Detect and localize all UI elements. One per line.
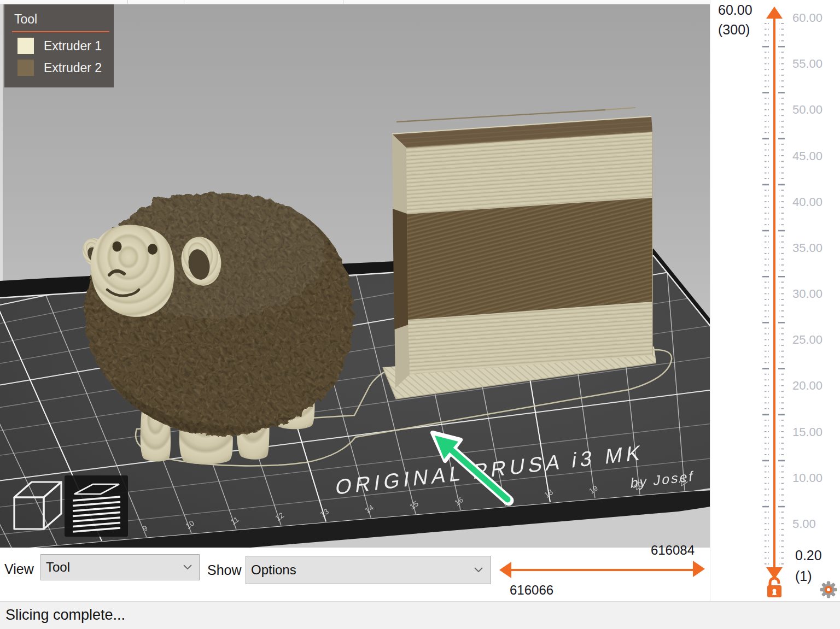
application-window: ORIGINAL PRUSA i3 MK by Josef 9101112131…: [0, 0, 840, 629]
gear-icon[interactable]: [820, 581, 837, 598]
sheep-right-eye: [148, 244, 158, 255]
status-bar: Slicing complete...: [0, 601, 840, 629]
view-label: View: [4, 561, 34, 577]
layer-tick-label: 45.00: [792, 149, 839, 163]
sheep-left-eye: [113, 242, 122, 252]
legend-title: Tool: [4, 4, 114, 31]
layer-tick-label: 20.00: [792, 379, 839, 393]
layer-slider-bottom-value: 0.20: [795, 548, 822, 563]
show-label: Show: [207, 562, 242, 578]
legend-item-extruder2: Extruder 2: [18, 60, 114, 76]
strip-separator: [343, 0, 343, 4]
lock-open-icon[interactable]: [767, 578, 781, 597]
legend-item-extruder1: Extruder 1: [18, 38, 114, 54]
layer-tick-label: 35.00: [792, 241, 839, 255]
range-slider-min-label: 616066: [510, 583, 553, 598]
status-text: Slicing complete...: [0, 602, 840, 624]
chevron-down-icon: [474, 567, 483, 573]
layer-tick-label: 5.00: [792, 517, 839, 531]
layer-tick-label: 30.00: [792, 287, 839, 301]
show-dropdown[interactable]: Options: [246, 556, 491, 584]
layer-slider-top-value: 60.00: [718, 2, 752, 18]
range-slider-right-handle[interactable]: [693, 561, 705, 577]
extruder2-color-swatch: [18, 60, 34, 76]
horizontal-range-slider[interactable]: [495, 557, 711, 583]
extruder1-color-swatch: [18, 38, 34, 54]
layer-tick-label: 55.00: [792, 57, 839, 71]
layer-tick-label: 60.00: [792, 11, 839, 25]
view-mode-layers-button[interactable]: [65, 475, 128, 537]
strip-separator: [184, 0, 184, 4]
range-slider-max-label: 616084: [629, 543, 695, 558]
layer-slider-top-layer: (300): [718, 22, 750, 38]
legend-divider: [12, 31, 109, 32]
layer-slider-upper-handle[interactable]: [766, 7, 783, 19]
layer-slider-panel: 60.00 (300) 60.00 55.00 50.00 45.00 40.0…: [710, 0, 840, 629]
layer-slider-major-ticks-right: [778, 17, 785, 528]
top-tab-strip: [0, 0, 711, 4]
chevron-down-icon: [183, 564, 192, 571]
layer-slider-bottom-layer: (1): [795, 568, 812, 584]
tool-legend: Tool Extruder 1 Extruder 2: [4, 4, 114, 87]
range-slider-left-handle[interactable]: [499, 562, 511, 578]
layer-tick-label: 25.00: [792, 333, 839, 347]
wipe-tower-object[interactable]: [383, 108, 656, 399]
strip-separator: [127, 0, 128, 4]
layer-slider-major-ticks-left: [762, 17, 769, 528]
layer-tick-label: 50.00: [792, 103, 839, 117]
layer-tick-label: 10.00: [792, 471, 839, 485]
layer-tick-label: 40.00: [792, 195, 839, 209]
view-dropdown[interactable]: Tool: [40, 554, 200, 580]
layer-tick-label: 15.00: [792, 425, 839, 439]
